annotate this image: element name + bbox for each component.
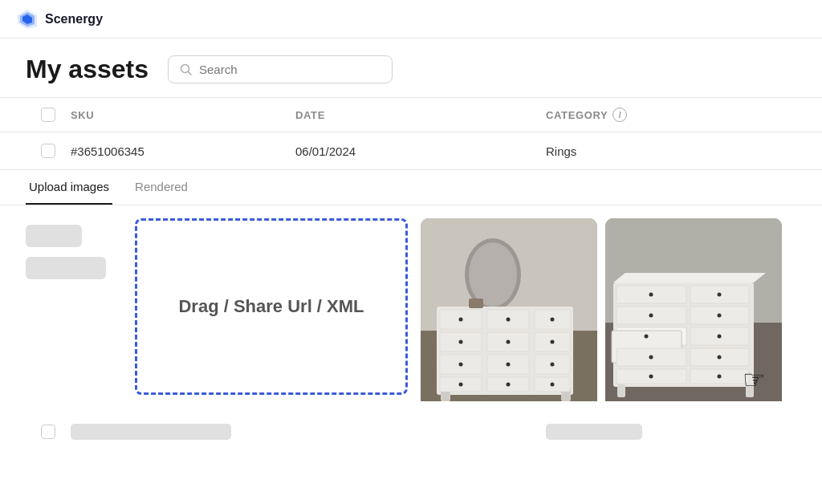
logo[interactable]: Scenergy [16,8,103,30]
search-icon [180,63,193,76]
bottom-row-placeholder [0,414,822,449]
logo-icon [16,8,39,30]
search-input[interactable] [199,63,380,76]
drag-drop-zone[interactable]: Drag / Share Url / XML [135,218,408,395]
col-sku-header: SKU [71,109,295,121]
svg-point-29 [507,363,511,367]
svg-point-64 [718,375,722,379]
svg-marker-42 [613,273,766,282]
furniture-image-1-svg [421,218,597,401]
svg-point-34 [459,383,463,387]
svg-point-45 [649,293,653,297]
table-row: #3651006345 06/01/2024 Rings [0,132,822,170]
tabs-row: Upload images Rendered [0,170,822,205]
svg-point-23 [507,340,511,344]
furniture-image-2-svg [605,218,782,401]
category-value: Rings [546,144,796,158]
svg-point-30 [551,363,555,367]
page-title: My assets [26,55,149,84]
svg-point-9 [469,242,517,307]
col-category-header: CATEGORY i [546,108,796,122]
svg-point-18 [551,318,555,322]
navbar: Scenergy [0,0,822,39]
row-checkbox[interactable] [41,144,55,158]
tab-rendered[interactable]: Rendered [132,170,191,205]
row-checkbox-cell[interactable] [26,144,71,158]
bottom-sku-placeholder [71,424,231,440]
svg-point-63 [649,375,653,379]
svg-point-56 [718,335,722,339]
svg-rect-37 [469,299,483,308]
bottom-date-placeholder [546,424,642,440]
tab-upload-images[interactable]: Upload images [26,170,112,205]
svg-point-54 [645,335,649,339]
upload-section: Drag / Share Url / XML [0,205,822,414]
col-date-header: DATE [295,109,546,121]
bottom-row-checkbox-cell[interactable] [26,425,71,439]
main-content: My assets SKU DATE CATEGORY i #365100634… [0,39,822,504]
furniture-image-1[interactable] [421,218,597,401]
svg-point-46 [718,293,722,297]
placeholder-bar-2 [26,257,106,279]
sku-value: #3651006345 [71,144,295,158]
placeholder-bar-1 [26,225,82,247]
svg-point-17 [507,318,511,322]
search-box[interactable] [168,55,393,83]
select-all-checkbox[interactable] [41,108,55,122]
svg-point-36 [551,383,555,387]
images-area: ☞ [421,218,796,401]
bottom-row-checkbox[interactable] [41,425,55,439]
svg-point-22 [459,340,463,344]
svg-point-28 [459,363,463,367]
header-row: My assets [0,39,822,98]
drag-label: Drag / Share Url / XML [178,296,364,317]
table-header: SKU DATE CATEGORY i [0,98,822,132]
svg-point-49 [649,314,653,318]
svg-line-4 [188,71,191,75]
date-value: 06/01/2024 [295,144,546,158]
svg-point-50 [718,314,722,318]
logo-text: Scenergy [45,12,103,26]
category-info-icon[interactable]: i [612,108,627,122]
svg-rect-65 [617,384,625,397]
svg-point-24 [551,340,555,344]
svg-point-16 [459,318,463,322]
svg-rect-66 [746,384,754,397]
left-placeholders [26,218,122,401]
svg-point-35 [507,383,511,387]
svg-point-60 [718,356,722,360]
select-all-checkbox-cell[interactable] [26,108,71,122]
furniture-image-2[interactable]: ☞ [605,218,782,401]
svg-point-59 [649,356,653,360]
